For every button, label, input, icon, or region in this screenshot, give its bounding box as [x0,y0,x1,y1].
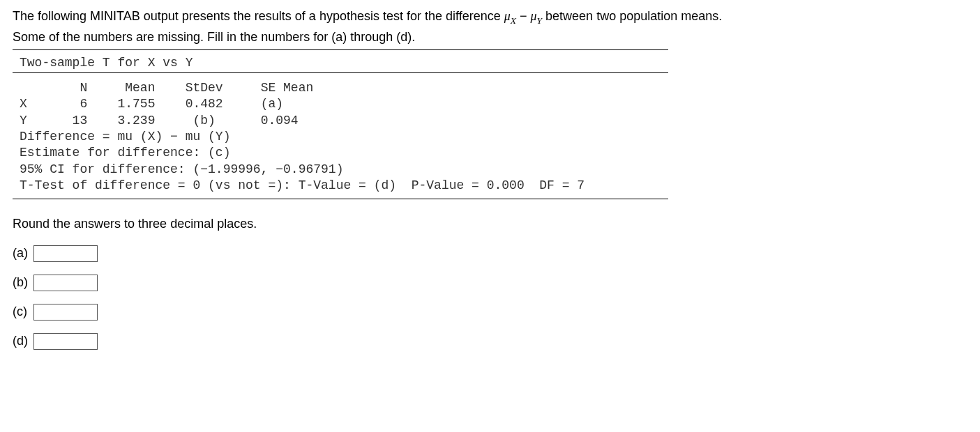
answer-input-c[interactable] [33,304,98,321]
minitab-title: Two-sample T for X vs Y [13,54,668,73]
intro-line1-pre: The following MINITAB output presents th… [13,9,504,23]
answer-label-c: (c) [13,304,29,319]
mu-y-subscript: Y [537,15,543,26]
intro-line1-post: between two population means. [542,9,722,23]
answer-row-c: (c) [13,304,967,321]
answer-label-a: (a) [13,246,29,261]
minitab-body: N Mean StDev SE Mean X 6 1.755 0.482 (a)… [13,80,668,194]
answer-label-d: (d) [13,334,29,348]
intro-line2: Some of the numbers are missing. Fill in… [13,30,415,44]
answer-input-b[interactable] [33,275,98,291]
answer-label-b: (b) [13,275,29,290]
mu-y-symbol: μ [531,9,537,23]
answer-input-d[interactable] [33,333,98,350]
answer-row-d: (d) [13,333,967,350]
answer-input-a[interactable] [33,245,98,262]
rounding-instructions: Round the answers to three decimal place… [13,217,967,231]
minitab-output: Two-sample T for X vs Y N Mean StDev SE … [13,49,668,199]
answer-row-b: (b) [13,275,967,291]
question-intro: The following MINITAB output presents th… [13,7,967,47]
minus-symbol: − [516,9,531,23]
mu-x-subscript: X [511,15,516,26]
mu-x-symbol: μ [504,9,511,23]
answer-row-a: (a) [13,245,967,262]
